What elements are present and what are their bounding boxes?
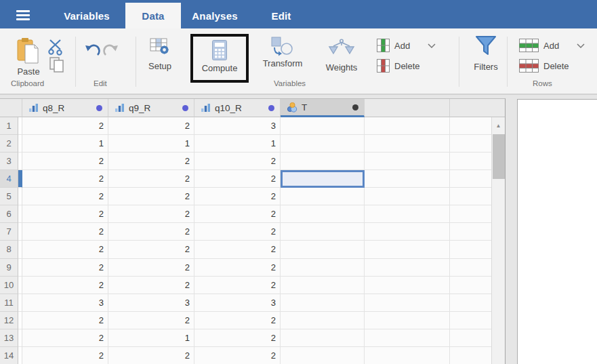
tab-edit[interactable]: Edit [261, 0, 302, 28]
cell[interactable] [281, 153, 365, 170]
row-number[interactable]: 5 [0, 188, 18, 205]
delete-variable-button[interactable]: Delete [377, 59, 420, 73]
copy-icon[interactable] [49, 57, 65, 73]
cell[interactable] [281, 117, 365, 135]
hamburger-menu-icon[interactable] [16, 10, 30, 20]
cell[interactable]: 2 [22, 205, 108, 223]
cell[interactable]: 2 [108, 312, 194, 329]
cell[interactable]: 2 [194, 312, 281, 329]
cell[interactable]: 2 [22, 312, 108, 329]
cell[interactable]: 2 [108, 241, 194, 258]
empty-cell[interactable] [365, 277, 450, 294]
empty-cell[interactable] [365, 170, 450, 188]
row-number[interactable]: 1 [0, 117, 18, 135]
row-number[interactable]: 4 [0, 170, 18, 188]
row-number[interactable]: 11 [0, 294, 18, 312]
row-number[interactable]: 9 [0, 259, 18, 277]
cell[interactable]: 2 [108, 153, 194, 170]
empty-cell[interactable] [365, 117, 450, 135]
cell[interactable]: 3 [194, 294, 281, 312]
tab-variables[interactable]: Variables [54, 0, 119, 28]
cell[interactable] [281, 135, 365, 153]
empty-column-header[interactable] [450, 99, 505, 117]
weights-button[interactable]: Weights [323, 37, 361, 73]
cell[interactable]: 2 [22, 223, 108, 241]
cell[interactable]: 2 [108, 117, 194, 135]
cell[interactable]: 2 [108, 205, 194, 223]
cell[interactable]: 2 [194, 170, 281, 188]
scrollbar-thumb[interactable] [493, 134, 505, 179]
cell[interactable]: 2 [22, 347, 108, 364]
cell[interactable]: 2 [22, 188, 108, 205]
setup-button[interactable]: Setup [142, 37, 178, 71]
row-number[interactable]: 14 [0, 347, 18, 364]
add-row-button[interactable]: Add [519, 39, 585, 52]
tab-analyses[interactable]: Analyses [184, 0, 245, 28]
undo-icon[interactable] [84, 43, 100, 58]
cell[interactable]: 2 [22, 259, 108, 277]
column-header-q9_R[interactable]: q9_R [108, 99, 194, 117]
cell[interactable]: 2 [194, 205, 281, 223]
cell[interactable] [281, 277, 365, 294]
scroll-up-arrow-icon[interactable]: ▲ [492, 117, 505, 132]
row-number[interactable]: 13 [0, 329, 18, 347]
cell[interactable]: 2 [194, 223, 281, 241]
row-number[interactable]: 10 [0, 277, 18, 294]
cell[interactable]: 2 [22, 117, 108, 135]
row-number[interactable]: 7 [0, 223, 18, 241]
cell[interactable] [281, 329, 365, 347]
cell[interactable]: 2 [194, 241, 281, 258]
cell[interactable]: 2 [22, 329, 108, 347]
cell[interactable]: 2 [108, 223, 194, 241]
cell[interactable]: 2 [194, 347, 281, 364]
cell[interactable] [281, 312, 365, 329]
cell[interactable]: 1 [194, 135, 281, 153]
cell[interactable]: 2 [108, 259, 194, 277]
column-header-T[interactable]: T [281, 99, 365, 117]
paste-button[interactable]: Paste [12, 37, 45, 77]
empty-cell[interactable] [365, 135, 450, 153]
column-header-q10_R[interactable]: q10_R [194, 99, 281, 117]
empty-cell[interactable] [365, 329, 450, 347]
delete-row-button[interactable]: Delete [519, 59, 569, 73]
empty-cell[interactable] [365, 241, 450, 258]
cell[interactable]: 3 [108, 294, 194, 312]
empty-cell[interactable] [365, 294, 450, 312]
empty-cell[interactable] [365, 205, 450, 223]
cell[interactable]: 2 [194, 329, 281, 347]
cell[interactable]: 2 [108, 170, 194, 188]
cell[interactable]: 2 [194, 259, 281, 277]
cell[interactable]: 2 [22, 277, 108, 294]
transform-button[interactable]: Transform [258, 37, 308, 68]
empty-cell[interactable] [365, 312, 450, 329]
cell[interactable] [281, 259, 365, 277]
cell[interactable] [281, 205, 365, 223]
cell[interactable]: 1 [22, 135, 108, 153]
column-header-q8_R[interactable]: q8_R [22, 99, 108, 117]
cut-icon[interactable] [46, 38, 65, 56]
cell[interactable] [281, 223, 365, 241]
empty-cell[interactable] [365, 259, 450, 277]
tab-data[interactable]: Data [125, 3, 181, 28]
cell[interactable]: 2 [22, 170, 108, 188]
chevron-down-icon[interactable] [428, 43, 436, 48]
cell[interactable]: 2 [194, 188, 281, 205]
cell[interactable] [281, 188, 365, 205]
cell[interactable]: 3 [194, 117, 281, 135]
cell[interactable]: 2 [194, 153, 281, 170]
cell[interactable]: 1 [108, 329, 194, 347]
selected-cell[interactable] [281, 170, 365, 188]
filters-button[interactable]: Filters [468, 35, 504, 72]
empty-cell[interactable] [365, 223, 450, 241]
cell[interactable] [281, 241, 365, 258]
cell[interactable]: 2 [22, 241, 108, 258]
empty-column-header[interactable] [365, 99, 450, 117]
row-number[interactable]: 3 [0, 153, 18, 170]
cell[interactable]: 1 [108, 135, 194, 153]
row-number[interactable]: 12 [0, 312, 18, 329]
cell[interactable] [281, 294, 365, 312]
row-number[interactable]: 2 [0, 135, 18, 153]
empty-cell[interactable] [365, 347, 450, 364]
empty-cell[interactable] [365, 188, 450, 205]
compute-button[interactable]: Compute [190, 34, 249, 83]
